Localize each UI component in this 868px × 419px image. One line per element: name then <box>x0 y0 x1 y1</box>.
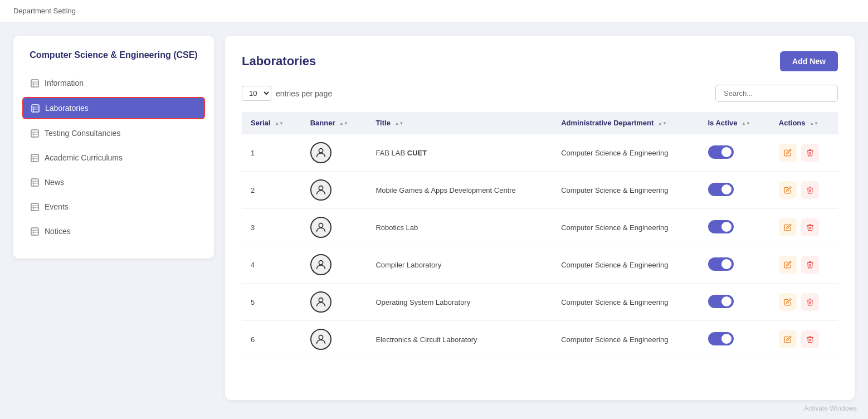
sidebar-label-events: Events <box>45 202 69 211</box>
table-row: 5 Operating System LaboratoryComputer Sc… <box>242 284 838 321</box>
edit-button-0[interactable] <box>779 144 797 162</box>
edit-button-3[interactable] <box>779 256 797 274</box>
delete-button-1[interactable] <box>801 181 819 199</box>
banner-avatar-0 <box>310 142 331 163</box>
table-row: 6 Electronics & Circuit LaboratoryComput… <box>242 321 838 358</box>
cell-active-5 <box>699 321 770 358</box>
sort-active-icon[interactable]: ▲▼ <box>742 121 750 126</box>
cell-serial-4: 5 <box>242 284 301 321</box>
sidebar-item-academic-curriculums[interactable]: Academic Curriculums <box>22 147 205 168</box>
cell-serial-2: 3 <box>242 209 301 246</box>
sidebar-item-news[interactable]: News <box>22 172 205 193</box>
edit-button-1[interactable] <box>779 181 797 199</box>
svg-rect-24 <box>31 228 38 235</box>
sidebar-item-laboratories[interactable]: Laboratories <box>22 97 205 119</box>
sidebar-icon-testing-consultancies <box>31 129 39 138</box>
action-btns-5 <box>779 330 829 348</box>
table-head: Serial ▲▼ Banner ▲▼ Title ▲▼ Administrat… <box>242 112 838 134</box>
delete-button-2[interactable] <box>801 218 819 236</box>
entries-select[interactable]: 10 25 50 <box>242 86 271 101</box>
cell-actions-4 <box>770 284 838 321</box>
cell-actions-3 <box>770 246 838 284</box>
delete-button-5[interactable] <box>801 330 819 348</box>
sidebar-item-testing-consultancies[interactable]: Testing Consultancies <box>22 123 205 144</box>
sort-serial-icon[interactable]: ▲▼ <box>275 121 284 126</box>
sort-banner-icon[interactable]: ▲▼ <box>339 121 348 126</box>
toggle-active-5[interactable] <box>708 332 734 345</box>
edit-button-4[interactable] <box>779 293 797 311</box>
table-row: 4 Compiler LaboratoryComputer Science & … <box>242 246 838 284</box>
cell-title-1: Mobile Games & Apps Development Centre <box>367 172 552 209</box>
sidebar-department-name: Computer Science & Engineering (CSE) <box>22 49 205 61</box>
delete-button-3[interactable] <box>801 256 819 274</box>
action-btns-2 <box>779 218 829 236</box>
sidebar-icon-information <box>31 79 39 87</box>
cell-dept-5: Computer Science & Engineering <box>552 321 699 358</box>
sidebar-label-testing-consultancies: Testing Consultancies <box>45 129 120 138</box>
cell-banner-1 <box>301 172 367 209</box>
cell-actions-1 <box>770 172 838 209</box>
sidebar-item-information[interactable]: Information <box>22 72 205 94</box>
main-container: Computer Science & Engineering (CSE) Inf… <box>0 22 868 413</box>
search-input[interactable] <box>715 85 838 102</box>
cell-active-4 <box>699 284 770 321</box>
content-header: Laboratories Add New <box>242 51 838 71</box>
toggle-active-0[interactable] <box>708 145 734 159</box>
toggle-active-1[interactable] <box>708 183 734 196</box>
sort-actions-icon[interactable]: ▲▼ <box>810 121 818 126</box>
sort-title-icon[interactable]: ▲▼ <box>395 121 404 126</box>
cell-banner-5 <box>301 321 367 358</box>
sidebar-label-notices: Notices <box>45 227 71 236</box>
banner-avatar-4 <box>310 291 331 313</box>
edit-button-5[interactable] <box>779 330 797 348</box>
sidebar: Computer Science & Engineering (CSE) Inf… <box>13 36 214 259</box>
cell-banner-0 <box>301 134 367 172</box>
cell-actions-2 <box>770 209 838 246</box>
table-row: 2 Mobile Games & Apps Development Centre… <box>242 172 838 209</box>
svg-point-29 <box>319 186 323 190</box>
cell-active-3 <box>699 246 770 284</box>
banner-avatar-1 <box>310 179 331 201</box>
cell-dept-3: Computer Science & Engineering <box>552 246 699 284</box>
svg-point-32 <box>319 298 323 302</box>
svg-point-31 <box>319 261 323 265</box>
cell-title-2: Robotics Lab <box>367 209 552 246</box>
entries-control: 10 25 50 entries per page <box>242 86 332 101</box>
toggle-active-3[interactable] <box>708 257 734 271</box>
svg-rect-0 <box>31 80 38 87</box>
toggle-active-2[interactable] <box>708 220 734 233</box>
cell-dept-4: Computer Science & Engineering <box>552 284 699 321</box>
sidebar-icon-events <box>31 203 39 211</box>
delete-button-0[interactable] <box>801 144 819 162</box>
cell-actions-0 <box>770 134 838 172</box>
svg-point-33 <box>319 335 323 339</box>
svg-point-28 <box>319 149 323 153</box>
banner-avatar-5 <box>310 329 331 350</box>
sidebar-item-notices[interactable]: Notices <box>22 221 205 242</box>
svg-rect-12 <box>31 154 38 162</box>
toggle-active-4[interactable] <box>708 295 734 308</box>
cell-active-0 <box>699 134 770 172</box>
edit-button-2[interactable] <box>779 218 797 236</box>
page-title: Laboratories <box>242 54 316 69</box>
col-actions: Actions ▲▼ <box>770 112 838 134</box>
topbar: Department Setting <box>0 0 868 22</box>
sidebar-icon-academic-curriculums <box>31 154 39 162</box>
table-body: 1 FAB LAB CUETComputer Science & Enginee… <box>242 134 838 358</box>
delete-button-4[interactable] <box>801 293 819 311</box>
sort-dept-icon[interactable]: ▲▼ <box>658 121 667 126</box>
cell-banner-3 <box>301 246 367 284</box>
sidebar-item-events[interactable]: Events <box>22 196 205 217</box>
sidebar-icon-news <box>31 178 39 187</box>
cell-banner-4 <box>301 284 367 321</box>
table-row: 3 Robotics LabComputer Science & Enginee… <box>242 209 838 246</box>
action-btns-0 <box>779 144 829 162</box>
add-new-button[interactable]: Add New <box>780 51 838 71</box>
entries-label: entries per page <box>276 89 332 98</box>
col-title: Title ▲▼ <box>367 112 552 134</box>
cell-title-0: FAB LAB CUET <box>367 134 552 172</box>
cell-active-2 <box>699 209 770 246</box>
svg-rect-8 <box>31 130 38 137</box>
laboratories-table: Serial ▲▼ Banner ▲▼ Title ▲▼ Administrat… <box>242 112 838 358</box>
cell-serial-0: 1 <box>242 134 301 172</box>
